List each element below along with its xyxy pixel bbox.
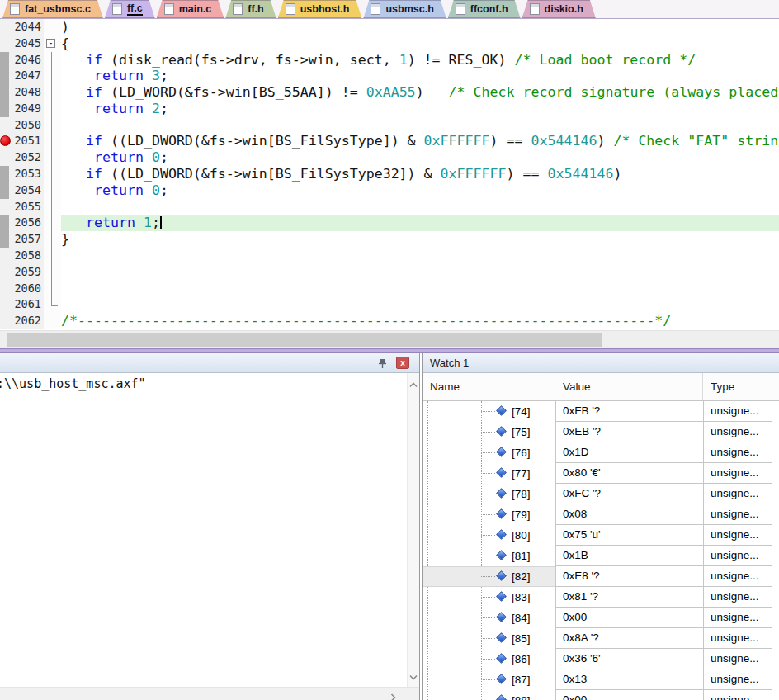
watch-row-[88][interactable]: [88]0x00unsigne... (423, 690, 779, 700)
code-line-2044[interactable]: 2044) (0, 19, 779, 35)
breakpoint-margin[interactable] (0, 215, 12, 231)
watch-name-cell[interactable]: [76] (423, 442, 555, 463)
code-text[interactable]: return 2; (61, 101, 779, 117)
watch-row-[79][interactable]: [79]0x08unsigne... (423, 504, 779, 525)
watch-item-value[interactable]: 0x75 'u' (555, 525, 703, 546)
watch-item-value[interactable]: 0xEB '? (555, 422, 703, 442)
breakpoint-margin[interactable] (0, 149, 12, 166)
code-text[interactable]: return 3; (61, 68, 779, 84)
watch-row-[84][interactable]: [84]0x00unsigne... (423, 608, 779, 628)
code-line-2057[interactable]: 2057} (0, 231, 779, 248)
code-line-2048[interactable]: 2048 if (LD_WORD(&fs->win[BS_55AA]) != 0… (0, 84, 779, 101)
code-line-2053[interactable]: 2053 if ((LD_DWORD(&fs->win[BS_FilSysTyp… (0, 166, 779, 182)
watch-row-[74][interactable]: [74]0xFB '?unsigne... (423, 401, 779, 422)
code-editor[interactable]: 2044)2045-{2046 if (disk_read(fs->drv, f… (0, 19, 779, 330)
watch-name-cell[interactable]: [80] (423, 525, 555, 546)
watch-item-value[interactable]: 0xE8 '? (555, 566, 703, 587)
code-text[interactable]: /*--------------------------------------… (61, 313, 779, 329)
watch-name-cell[interactable]: [81] (423, 546, 555, 566)
watch-name-cell[interactable]: [86] (423, 649, 555, 669)
code-text[interactable]: if (LD_WORD(&fs->win[BS_55AA]) != 0xAA55… (61, 84, 779, 101)
scroll-down-icon[interactable] (409, 669, 418, 683)
output-panel-content[interactable]: :\\usb_host_msc.axf" (0, 373, 407, 687)
code-line-2056[interactable]: 2056 return 1; (0, 215, 779, 231)
code-text[interactable] (61, 296, 779, 313)
code-text[interactable]: return 0; (61, 182, 779, 199)
breakpoint-margin[interactable] (0, 166, 12, 182)
code-line-2054[interactable]: 2054 return 0; (0, 182, 779, 199)
watch-name-cell[interactable]: [77] (423, 463, 555, 484)
watch-item-value[interactable]: 0x81 '? (555, 587, 703, 608)
pin-icon[interactable] (377, 357, 388, 368)
watch-item-value[interactable]: 0x00 (555, 690, 703, 700)
output-vertical-scrollbar[interactable] (407, 373, 419, 687)
breakpoint-margin[interactable] (0, 231, 12, 248)
code-line-2059[interactable]: 2059 (0, 264, 779, 281)
tab-main.c[interactable]: main.c (157, 0, 224, 18)
code-text[interactable] (61, 117, 779, 134)
watch-name-cell[interactable]: [85] (423, 628, 555, 649)
code-line-2045[interactable]: 2045-{ (0, 35, 779, 52)
watch-item-value[interactable]: 0x1B (555, 546, 703, 566)
breakpoint-margin[interactable] (0, 248, 12, 264)
column-header-name[interactable]: Name (423, 373, 555, 400)
watch-row-[75][interactable]: [75]0xEB '?unsigne... (423, 422, 779, 442)
watch-row-[83][interactable]: [83]0x81 '?unsigne... (423, 587, 779, 608)
watch-row-[76][interactable]: [76]0x1Dunsigne... (423, 442, 779, 463)
code-line-2061[interactable]: 2061 (0, 296, 779, 313)
watch-item-value[interactable]: 0x36 '6' (555, 649, 703, 669)
column-header-type[interactable]: Type (703, 373, 772, 400)
watch-item-value[interactable]: 0xFB '? (555, 401, 703, 422)
tab-ffconf.h[interactable]: ffconf.h (448, 0, 521, 18)
breakpoint-icon[interactable] (0, 135, 11, 146)
breakpoint-margin[interactable] (0, 101, 12, 117)
code-text[interactable] (61, 281, 779, 297)
code-line-2046[interactable]: 2046 if (disk_read(fs->drv, fs->win, sec… (0, 52, 779, 69)
close-icon[interactable]: x (396, 357, 409, 369)
watch-name-cell[interactable]: [82] (423, 566, 555, 587)
breakpoint-margin[interactable] (0, 313, 12, 329)
watch-row-[81][interactable]: [81]0x1Bunsigne... (423, 546, 779, 566)
code-line-2049[interactable]: 2049 return 2; (0, 101, 779, 117)
code-text[interactable] (61, 264, 779, 281)
fold-collapse-icon[interactable]: - (46, 39, 55, 48)
breakpoint-margin[interactable] (0, 264, 12, 281)
breakpoint-margin[interactable] (0, 296, 12, 313)
breakpoint-margin[interactable] (0, 52, 12, 69)
breakpoint-margin[interactable] (0, 68, 12, 84)
code-line-2058[interactable]: 2058 (0, 248, 779, 264)
breakpoint-margin[interactable] (0, 182, 12, 199)
breakpoint-margin[interactable] (0, 84, 12, 101)
watch-name-cell[interactable]: [83] (423, 587, 555, 608)
tab-ff.c[interactable]: ff.c (105, 0, 155, 18)
code-text[interactable]: return 0; (61, 149, 779, 166)
watch-row-[85][interactable]: [85]0x8A '?unsigne... (423, 628, 779, 649)
code-text[interactable] (61, 199, 779, 215)
code-text[interactable] (61, 248, 779, 264)
code-line-2060[interactable]: 2060 (0, 281, 779, 297)
watch-row-[82][interactable]: [82]0xE8 '?unsigne... (423, 566, 779, 587)
watch-row-[87][interactable]: [87]0x13unsigne... (423, 669, 779, 690)
code-line-2051[interactable]: 2051 if ((LD_DWORD(&fs->win[BS_FilSysTyp… (0, 133, 779, 149)
code-line-2047[interactable]: 2047 return 3; (0, 68, 779, 84)
watch-name-cell[interactable]: [87] (423, 669, 555, 690)
breakpoint-margin[interactable] (0, 199, 12, 215)
watch-row-[86][interactable]: [86]0x36 '6'unsigne... (423, 649, 779, 669)
code-line-2055[interactable]: 2055 (0, 199, 779, 215)
editor-hscrollbar-thumb[interactable] (7, 333, 602, 347)
scroll-right-icon[interactable] (390, 690, 396, 700)
watch-item-value[interactable]: 0xFC '? (555, 484, 703, 504)
breakpoint-margin[interactable] (0, 19, 12, 35)
watch-row-[78][interactable]: [78]0xFC '?unsigne... (423, 484, 779, 504)
watch-name-cell[interactable]: [75] (423, 422, 555, 442)
column-header-value[interactable]: Value (555, 373, 703, 400)
watch-name-cell[interactable]: [88] (423, 690, 555, 700)
watch-name-cell[interactable]: [79] (423, 504, 555, 525)
tab-usbmsc.h[interactable]: usbmsc.h (363, 0, 446, 18)
output-horizontal-scrollbar[interactable] (0, 687, 419, 700)
editor-horizontal-scrollbar[interactable] (0, 330, 779, 348)
code-text[interactable]: return 1; (61, 215, 779, 231)
breakpoint-margin[interactable] (0, 281, 12, 297)
watch-row-[77][interactable]: [77]0x80 '€'unsigne... (423, 463, 779, 484)
breakpoint-margin[interactable] (0, 133, 12, 149)
